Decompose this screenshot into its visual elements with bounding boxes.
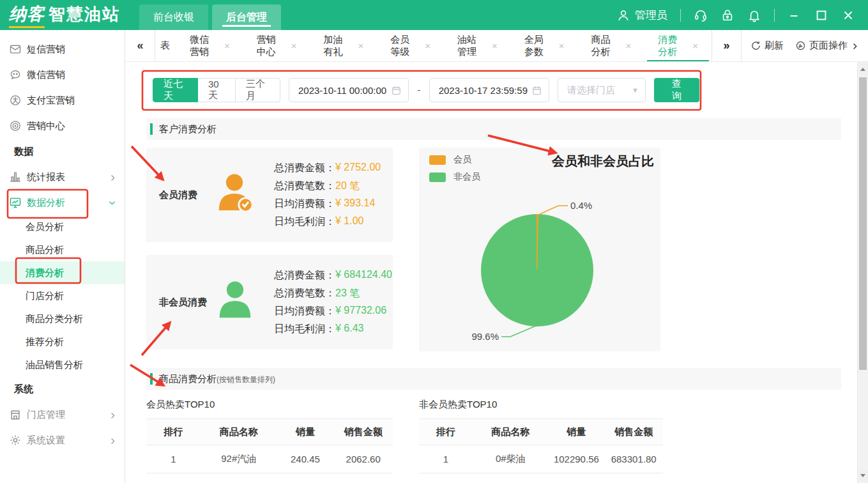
sidebar-item-stats-report[interactable]: 统计报表 (0, 164, 125, 190)
sidebar-item-wechat-marketing[interactable]: 微信营销 (0, 62, 125, 88)
tab-close-icon[interactable]: × (625, 40, 631, 51)
monitor-chart-icon (9, 196, 22, 209)
sidebar-section-data: 数据 (0, 139, 125, 164)
sidebar-item-consumption-analysis[interactable]: 消费分析 (0, 261, 125, 284)
page-operations-button[interactable]: 页面操作 (795, 40, 859, 52)
tab-close-icon[interactable]: × (224, 40, 230, 51)
stat-total-amount: 总消费金额： ¥ 684124.40 (274, 269, 392, 282)
query-button[interactable]: 查询 (654, 78, 699, 102)
cell-sales-qty: 102290.56 (548, 445, 604, 473)
refresh-button[interactable]: 刷新 (750, 40, 784, 52)
cell-product-name: 0#柴油 (473, 445, 548, 473)
lock-icon[interactable] (720, 8, 735, 22)
cell-rank: 1 (146, 445, 201, 473)
sidebar-item-marketing-center[interactable]: 营销中心 (0, 113, 125, 139)
sidebar-item-product-category-analysis[interactable]: 商品分类分析 (0, 307, 125, 330)
quick-range-3m-button[interactable]: 三个月 (236, 78, 280, 102)
scrollbar-thumb[interactable] (859, 77, 867, 370)
backend-management-button[interactable]: 后台管理 (212, 4, 281, 30)
close-icon[interactable] (841, 8, 855, 22)
legend-item-nonmember[interactable]: 非会员 (429, 171, 480, 183)
stat-label: 日均消费额： (274, 305, 335, 318)
date-range-separator: - (417, 84, 420, 96)
nonmember-person-icon (213, 279, 257, 325)
tab-label: 营销中心 (257, 34, 284, 58)
sidebar-item-alipay-marketing[interactable]: 支付宝营销 (0, 88, 125, 113)
stat-value: 23 笔 (335, 287, 360, 300)
legend-item-member[interactable]: 会员 (429, 154, 480, 165)
tab-close-icon[interactable]: × (559, 40, 565, 51)
sidebar-item-label: 系统设置 (27, 434, 65, 447)
stat-value: ¥ 6.43 (335, 323, 363, 336)
sidebar-item-sms-marketing[interactable]: 短信营销 (0, 36, 125, 62)
tab-partial-report[interactable]: 表 (155, 30, 176, 61)
headset-icon[interactable] (694, 8, 708, 22)
table-row[interactable]: 1 0#柴油 102290.56 683301.80 (419, 445, 663, 473)
product-section-subtitle: (按销售数量排列) (217, 374, 275, 385)
tab-wechat-marketing[interactable]: 微信营销 × (176, 30, 243, 61)
sidebar-item-recommendation-analysis[interactable]: 推荐分析 (0, 330, 125, 353)
store-select[interactable]: 请选择门店 ▼ (558, 78, 646, 102)
chevron-right-icon (851, 42, 859, 50)
stat-total-amount: 总消费金额： ¥ 2752.00 (274, 162, 381, 175)
front-cashier-button[interactable]: 前台收银 (139, 4, 208, 30)
pie-chart-title: 会员和非会员占比 (552, 153, 654, 170)
bell-icon[interactable] (747, 8, 761, 22)
quick-range-30d-button[interactable]: 30天 (198, 78, 236, 102)
start-datetime-input[interactable]: 2023-10-11 00:00:00 (289, 78, 409, 102)
tab-close-icon[interactable]: × (492, 40, 498, 51)
stat-label: 总消费笔数： (274, 180, 335, 193)
pie-legend: 会员 非会员 (429, 154, 480, 183)
stat-value: ¥ 97732.06 (335, 305, 386, 318)
sidebar-item-member-analysis[interactable]: 会员分析 (0, 215, 125, 238)
minimize-icon[interactable] (788, 8, 802, 22)
quick-range-7d-button[interactable]: 近七天 (153, 78, 198, 102)
table-row[interactable]: 1 92#汽油 240.45 2062.60 (146, 445, 393, 473)
sidebar-item-store-analysis[interactable]: 门店分析 (0, 284, 125, 307)
tabs-scroll-left-button[interactable]: « (126, 30, 155, 61)
tab-station-management[interactable]: 油站管理 × (444, 30, 511, 61)
user-menu[interactable]: 管理员 (616, 8, 667, 22)
tab-marketing-center[interactable]: 营销中心 × (243, 30, 310, 61)
sidebar-item-oil-sales-analysis[interactable]: 油品销售分析 (0, 353, 125, 376)
tab-close-icon[interactable]: × (291, 40, 297, 51)
chevron-right-icon (109, 436, 117, 445)
tab-member-level[interactable]: 会员等级 × (377, 30, 444, 61)
alipay-icon (9, 94, 22, 107)
sidebar-item-system-settings[interactable]: 系统设置 (0, 427, 125, 453)
end-datetime-value: 2023-10-17 23:59:59 (439, 85, 528, 96)
tab-label: 会员等级 (390, 34, 417, 58)
col-rank: 排行 (146, 419, 201, 445)
tab-label: 消费分析 (658, 34, 685, 58)
tab-product-analysis[interactable]: 商品分析 × (578, 30, 645, 61)
legend-swatch-member (429, 155, 446, 165)
tab-close-icon[interactable]: × (358, 40, 363, 51)
app-logo: 纳客 智慧油站 (0, 3, 139, 28)
filter-bar: 近七天 30天 三个月 2023-10-11 00:00:00 - 2023-1… (146, 72, 699, 108)
mail-icon (9, 43, 22, 56)
scroll-up-button[interactable] (858, 63, 868, 75)
stat-daily-avg-profit: 日均毛利润： ¥ 6.43 (274, 323, 392, 336)
tab-close-icon[interactable]: × (425, 40, 430, 51)
chevron-right-icon (109, 411, 117, 419)
wechat-icon (9, 68, 22, 81)
end-datetime-input[interactable]: 2023-10-17 23:59:59 (429, 78, 549, 102)
tab-close-icon[interactable]: × (692, 40, 698, 51)
tabs-scroll-right-button[interactable]: » (712, 30, 741, 61)
product-section-title: 商品消费分析 (159, 373, 217, 385)
double-chevron-right-icon: » (723, 39, 729, 52)
tab-consumption-analysis[interactable]: 消费分析 × (644, 30, 712, 61)
tab-global-params[interactable]: 全局参数 × (511, 30, 578, 61)
sidebar: 短信营销 微信营销 支付宝营销 营销中心 数据 统计报表 数据分析 会员分析 (0, 30, 125, 483)
customer-cards-row: 会员消费 总消费金额： ¥ 27 (146, 148, 841, 351)
page-operations-icon (795, 40, 806, 51)
sidebar-item-product-analysis[interactable]: 商品分析 (0, 238, 125, 261)
tab-refuel-gift[interactable]: 加油有礼 × (310, 30, 377, 61)
sidebar-item-store-management[interactable]: 门店管理 (0, 402, 125, 427)
page-content: 近七天 30天 三个月 2023-10-11 00:00:00 - 2023-1… (126, 62, 857, 483)
sidebar-item-data-analysis[interactable]: 数据分析 (0, 190, 125, 215)
scroll-down-button[interactable] (858, 470, 868, 482)
table-header-row: 排行 商品名称 销量 销售金额 (419, 419, 663, 445)
legend-label: 非会员 (453, 171, 480, 183)
maximize-icon[interactable] (814, 8, 828, 22)
